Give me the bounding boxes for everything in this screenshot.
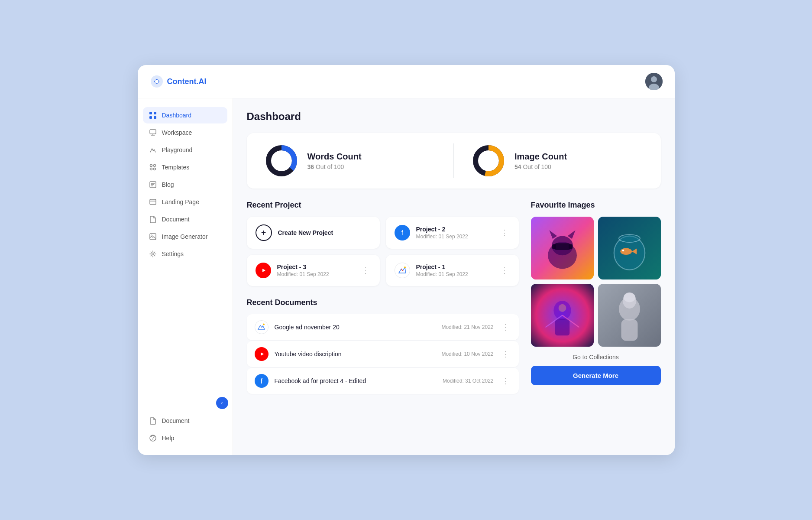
main-content: Dashboard Words Count 36 (233, 98, 675, 455)
sidebar-item-dashboard[interactable]: Dashboard (143, 107, 227, 124)
image-count-label: Image Count (514, 152, 567, 162)
doc2-info: Youtube video discription (275, 351, 436, 358)
project-p2-name: Project - 2 (416, 226, 493, 233)
go-collections-link[interactable]: Go to Collections (531, 354, 661, 361)
sidebar-item-document-bottom[interactable]: Document (143, 413, 227, 429)
doc3-menu[interactable]: ⋮ (500, 374, 511, 387)
sidebar-label-help: Help (162, 435, 175, 442)
avatar[interactable] (645, 73, 663, 90)
sidebar-label-settings: Settings (162, 250, 184, 257)
sidebar-label-image-generator: Image Generator (162, 233, 208, 240)
sidebar-label-landing-page: Landing Page (162, 198, 199, 205)
sidebar-collapse-button[interactable]: ‹ (216, 397, 228, 409)
youtube-platform-icon-p3 (256, 263, 271, 278)
doc-item-2[interactable]: Youtube video discription Modified: 10 N… (247, 341, 519, 367)
help-icon (149, 434, 157, 442)
doc2-platform-icon (255, 347, 269, 361)
sidebar-nav: Dashboard Workspace Playground (138, 107, 233, 262)
project-p2-info: Project - 2 Modified: 01 Sep 2022 (416, 226, 493, 240)
project-card-p1[interactable]: Project - 1 Modified: 01 Sep 2022 ⋮ (386, 255, 519, 286)
sidebar-item-settings[interactable]: Settings (143, 246, 227, 262)
workspace-icon (149, 129, 157, 136)
create-new-project-card[interactable]: + Create New Project (247, 217, 380, 249)
logo-icon (150, 75, 164, 88)
sidebar-item-workspace[interactable]: Workspace (143, 124, 227, 141)
svg-rect-33 (554, 243, 570, 250)
sidebar-item-help[interactable]: Help (143, 430, 227, 446)
google-ads-platform-icon-p1 (395, 263, 410, 278)
project-p1-modified: Modified: 01 Sep 2022 (416, 271, 493, 277)
doc-item-3[interactable]: Facebook ad for protect 4 - Edited Modif… (247, 368, 519, 394)
sidebar-item-landing-page[interactable]: Landing Page (143, 194, 227, 210)
doc1-menu[interactable]: ⋮ (500, 321, 511, 334)
words-count-value: 36 Out of 100 (307, 163, 362, 170)
words-count-label: Words Count (307, 152, 362, 162)
project-p1-menu[interactable]: ⋮ (499, 264, 510, 277)
words-donut (264, 143, 299, 178)
templates-icon (149, 163, 157, 171)
project-p1-name: Project - 1 (416, 263, 493, 270)
svg-rect-8 (154, 116, 156, 119)
fav-image-2[interactable] (598, 217, 661, 280)
project-p3-name: Project - 3 (277, 263, 354, 270)
sidebar-label-blog: Blog (162, 181, 174, 188)
project-card-p2[interactable]: Project - 2 Modified: 01 Sep 2022 ⋮ (386, 217, 519, 249)
project-p3-menu[interactable]: ⋮ (360, 264, 371, 277)
left-column: Recent Project + Create New Project (247, 201, 519, 394)
sidebar-label-document: Document (162, 216, 190, 223)
svg-point-1 (155, 80, 159, 83)
doc1-platform-icon (255, 320, 269, 334)
right-column: Favourite Images (531, 201, 661, 394)
sidebar-footer: ‹ Document Help (138, 397, 233, 446)
svg-point-38 (618, 234, 640, 242)
doc2-menu[interactable]: ⋮ (500, 348, 511, 361)
playground-icon (149, 146, 157, 154)
generate-more-button[interactable]: Generate More (531, 366, 661, 385)
project-card-p3[interactable]: Project - 3 Modified: 01 Sep 2022 ⋮ (247, 255, 380, 286)
doc3-info: Facebook ad for protect 4 - Edited (275, 377, 437, 384)
doc3-modified: Modified: 31 Oct 2022 (443, 378, 493, 384)
sidebar-label-templates: Templates (162, 164, 190, 171)
sidebar-label-document-bottom: Document (162, 417, 190, 424)
svg-point-26 (404, 266, 406, 268)
svg-point-3 (651, 76, 657, 82)
svg-point-52 (624, 292, 635, 302)
words-count-text: Words Count 36 Out of 100 (307, 152, 362, 170)
fav-image-3[interactable] (531, 284, 594, 347)
doc3-platform-icon (255, 374, 269, 388)
image-count-text: Image Count 54 Out of 100 (514, 152, 567, 170)
doc1-name: Google ad november 20 (275, 324, 436, 331)
sidebar-bottom: Document Help (138, 413, 233, 446)
dashboard-icon (149, 111, 157, 119)
sidebar-item-playground[interactable]: Playground (143, 142, 227, 158)
logo: Content.AI (150, 75, 207, 88)
sidebar-item-blog[interactable]: Blog (143, 176, 227, 193)
document-bottom-icon (149, 417, 157, 425)
doc2-name: Youtube video discription (275, 351, 436, 358)
project-p2-menu[interactable]: ⋮ (499, 226, 510, 239)
svg-point-27 (263, 324, 265, 325)
create-project-icon: + (256, 224, 272, 241)
sidebar-item-document[interactable]: Document (143, 211, 227, 228)
sidebar-item-templates[interactable]: Templates (143, 159, 227, 176)
sidebar-item-image-generator[interactable]: Image Generator (143, 228, 227, 245)
svg-rect-34 (552, 244, 556, 249)
project-p1-info: Project - 1 Modified: 01 Sep 2022 (416, 263, 493, 277)
doc1-modified: Modified: 21 Nov 2022 (441, 324, 493, 330)
doc3-name: Facebook ad for protect 4 - Edited (275, 377, 437, 384)
create-project-label: Create New Project (278, 229, 371, 236)
stats-row: Words Count 36 Out of 100 (247, 133, 661, 188)
svg-point-41 (622, 250, 624, 251)
fav-images-grid (531, 217, 661, 347)
svg-rect-50 (621, 319, 637, 341)
project-grid: + Create New Project Project - 2 (247, 217, 519, 286)
fav-image-4[interactable] (598, 284, 661, 347)
recent-documents-title: Recent Documents (247, 298, 519, 307)
svg-point-47 (558, 304, 566, 312)
sidebar: Dashboard Workspace Playground (138, 98, 233, 455)
doc1-info: Google ad november 20 (275, 324, 436, 331)
settings-icon (149, 250, 157, 258)
fav-image-1[interactable] (531, 217, 594, 280)
svg-rect-9 (150, 130, 156, 134)
doc-item-1[interactable]: Google ad november 20 Modified: 21 Nov 2… (247, 314, 519, 340)
